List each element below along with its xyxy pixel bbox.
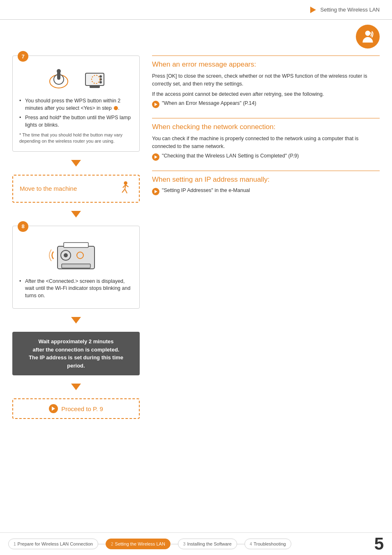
network-link-icon — [152, 153, 159, 161]
error-section-title: When an error message appears: — [152, 60, 380, 69]
step7-number: 7 — [18, 51, 28, 62]
nav-connector-1 — [98, 544, 106, 544]
step8-bullet-1: After the <Connected.> screen is display… — [19, 278, 133, 300]
person-icon-circle — [356, 25, 380, 49]
error-link[interactable]: "When an Error Message Appears" (P.14) — [152, 100, 380, 108]
wait-line2: after the connection is completed. — [21, 346, 131, 354]
network-link-arrow-icon — [154, 155, 157, 159]
nav-step-3-tab[interactable]: 3 Installing the Software — [178, 539, 237, 549]
svg-line-16 — [126, 185, 129, 187]
nav-step-3-label: Installing the Software — [187, 541, 231, 546]
step8-number: 8 — [18, 221, 28, 232]
printer-wifi-icon — [45, 236, 107, 273]
arrow-down-2 — [12, 211, 140, 217]
svg-rect-19 — [64, 243, 88, 247]
arrow-triangle-3-icon — [71, 317, 81, 324]
arrow-triangle-4-icon — [71, 384, 81, 390]
nav-step-1-tab[interactable]: 1 Prepare for Wireless LAN Connection — [8, 539, 98, 549]
step8-illustration — [19, 236, 133, 273]
arrow-triangle-2-icon — [71, 211, 81, 217]
hand-wps-icon — [46, 66, 75, 92]
ip-link[interactable]: "Setting IP Addresses" in the e-Manual — [152, 187, 380, 195]
main-content: 7 — [12, 56, 380, 522]
step7-bullet-2: Press and hold* the button until the WPS… — [19, 114, 133, 129]
network-link-text: "Checking that the Wireless LAN Setting … — [162, 153, 299, 159]
wait-line1: Wait approximately 2 minutes — [21, 338, 131, 346]
network-divider — [152, 118, 380, 118]
person-icon — [360, 29, 375, 44]
step-dot-icon — [114, 106, 118, 110]
nav-step-4-tab[interactable]: 4 Troubleshooting — [244, 539, 291, 549]
ip-link-icon — [152, 188, 159, 195]
nav-step-3[interactable]: 3 Installing the Software — [178, 539, 237, 549]
error-divider — [152, 56, 380, 56]
top-bar-title: Setting the Wireless LAN — [320, 7, 380, 13]
proceed-box[interactable]: Proceed to P. 9 — [12, 398, 140, 419]
top-bar-arrow-icon — [310, 7, 316, 13]
nav-step-2-tab[interactable]: 2 Setting the Wireless LAN — [106, 539, 171, 549]
error-link-icon — [152, 101, 159, 108]
wait-line3: The IP address is set during this time p… — [21, 354, 131, 370]
error-para2: If the access point cannot be detected e… — [152, 90, 380, 98]
svg-point-11 — [124, 181, 127, 185]
error-link-arrow-icon — [154, 103, 157, 106]
arrow-down-4 — [12, 384, 140, 390]
network-para1: You can check if the machine is properly… — [152, 135, 380, 150]
svg-point-4 — [57, 69, 61, 73]
nav-step-4-label: Troubleshooting — [254, 541, 286, 546]
error-para1: Press [OK] to close the screen, check wh… — [152, 72, 380, 88]
nav-step-4[interactable]: 4 Troubleshooting — [244, 539, 291, 549]
step7-bullet-1: You should press the WPS button within 2… — [19, 97, 133, 112]
svg-point-0 — [365, 31, 371, 36]
svg-point-6 — [99, 75, 102, 78]
arrow-triangle-1-icon — [71, 160, 81, 166]
nav-step-2-label: Setting the Wireless LAN — [115, 541, 165, 546]
network-link[interactable]: "Checking that the Wireless LAN Setting … — [152, 153, 380, 161]
error-link-text: "When an Error Message Appears" (P.14) — [162, 100, 256, 106]
nav-connector-3 — [237, 544, 245, 544]
proceed-circle-icon — [49, 404, 58, 413]
nav-step-2-num: 2 — [111, 542, 113, 546]
error-section: When an error message appears: Press [OK… — [152, 56, 380, 108]
ip-link-text: "Setting IP Addresses" in the e-Manual — [162, 187, 250, 193]
walking-person-icon — [118, 181, 132, 196]
step8-bullets: After the <Connected.> screen is display… — [19, 278, 133, 300]
proceed-text: Proceed to P. 9 — [61, 405, 103, 412]
ip-section-title: When setting an IP address manually: — [152, 175, 380, 184]
svg-line-14 — [125, 189, 127, 193]
wait-box: Wait approximately 2 minutes after the c… — [12, 332, 140, 375]
step7-illustration — [19, 66, 133, 92]
nav-step-4-num: 4 — [250, 542, 252, 546]
nav-step-1-num: 1 — [14, 542, 16, 546]
svg-point-21 — [64, 253, 68, 257]
nav-step-3-num: 3 — [183, 542, 186, 546]
right-column: When an error message appears: Press [OK… — [152, 56, 380, 522]
ip-divider — [152, 171, 380, 171]
arrow-down-3 — [12, 317, 140, 324]
svg-line-13 — [122, 189, 125, 193]
network-section-title: When checking the network connection: — [152, 123, 380, 132]
ip-link-arrow-icon — [154, 190, 157, 193]
bottom-nav: 1 Prepare for Wireless LAN Connection 2 … — [0, 532, 392, 555]
arrow-down-1 — [12, 160, 140, 166]
left-column: 7 — [12, 56, 140, 522]
step7-bullets: You should press the WPS button within 2… — [19, 97, 133, 129]
move-banner-text: Move to the machine — [20, 185, 77, 192]
person-icon-wrap — [356, 25, 380, 49]
move-to-machine-banner: Move to the machine — [12, 175, 140, 203]
step7-box: 7 — [12, 56, 140, 152]
svg-rect-18 — [62, 264, 90, 268]
nav-step-1-label: Prepare for Wireless LAN Connection — [18, 541, 93, 546]
page-number: 5 — [374, 535, 392, 553]
step7-note: * The time that you should hold the butt… — [19, 132, 133, 145]
top-bar: Setting the Wireless LAN — [0, 0, 392, 20]
ip-section: When setting an IP address manually: "Se… — [152, 171, 380, 195]
step8-box: 8 — [12, 226, 140, 309]
nav-step-1[interactable]: 1 Prepare for Wireless LAN Connection — [8, 539, 98, 549]
router-icon — [83, 66, 106, 92]
nav-step-2[interactable]: 2 Setting the Wireless LAN — [106, 539, 171, 549]
svg-point-8 — [99, 81, 102, 83]
network-section: When checking the network connection: Yo… — [152, 118, 380, 161]
nav-steps: 1 Prepare for Wireless LAN Connection 2 … — [0, 539, 374, 549]
svg-rect-9 — [90, 86, 100, 88]
